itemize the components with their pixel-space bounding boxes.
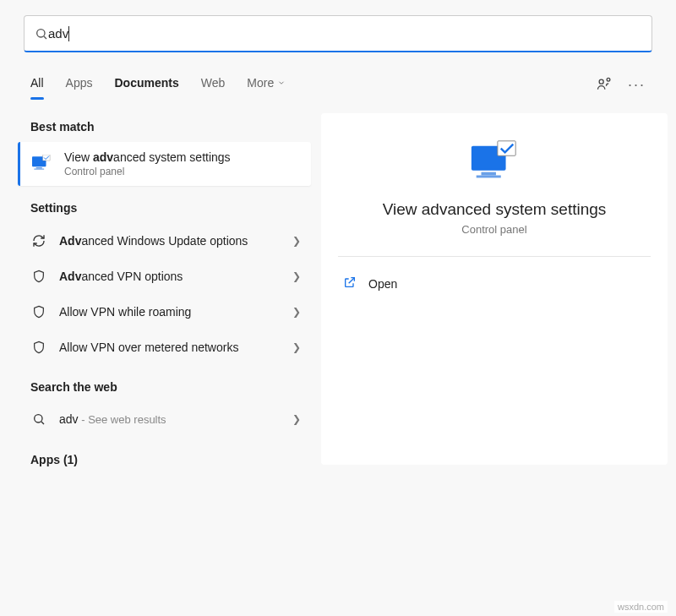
svg-rect-11 — [482, 172, 496, 176]
monitor-check-icon — [468, 139, 521, 186]
svg-point-0 — [37, 29, 45, 36]
best-match-text: View advanced system settings Control pa… — [64, 150, 231, 177]
action-list: Open — [321, 257, 668, 310]
accounts-icon[interactable] — [596, 76, 613, 93]
settings-item-vpn-roaming[interactable]: Allow VPN while roaming ❯ — [20, 294, 311, 330]
item-suffix: anced Windows Update options — [81, 234, 248, 248]
shield-icon — [30, 340, 47, 355]
chevron-right-icon: ❯ — [292, 235, 301, 247]
search-input-wrapper[interactable]: adv — [24, 15, 652, 52]
results-pane: Best match View advanced system settings… — [0, 105, 321, 473]
svg-point-2 — [599, 79, 603, 84]
chevron-down-icon — [277, 79, 286, 87]
tab-documents[interactable]: Documents — [114, 71, 178, 98]
watermark: wsxdn.com — [614, 601, 668, 613]
settings-item-vpn-metered[interactable]: Allow VPN over metered networks ❯ — [20, 330, 311, 365]
open-action[interactable]: Open — [343, 269, 646, 298]
refresh-icon — [30, 233, 47, 248]
shield-icon — [30, 269, 47, 284]
searchbar-container: adv — [0, 0, 676, 52]
detail-title: View advanced system settings — [321, 200, 668, 219]
item-label: Allow VPN while roaming — [59, 305, 281, 319]
web-search-item[interactable]: adv - See web results ❯ — [20, 402, 311, 436]
tab-more[interactable]: More — [247, 71, 286, 98]
open-icon — [343, 275, 357, 292]
shield-icon — [30, 304, 47, 319]
search-window: adv All Apps Documents Web More ··· Best… — [0, 0, 676, 616]
chevron-right-icon: ❯ — [292, 306, 301, 318]
svg-rect-13 — [498, 141, 515, 155]
svg-point-8 — [35, 415, 42, 422]
text-cursor — [68, 26, 69, 41]
section-best-match: Best match — [20, 105, 311, 142]
best-match-bold: adv — [93, 150, 113, 164]
web-hint: - See web results — [79, 413, 166, 426]
more-options-icon[interactable]: ··· — [628, 76, 646, 94]
item-bold: Adv — [59, 234, 81, 248]
item-suffix: anced VPN options — [81, 270, 183, 283]
chevron-right-icon: ❯ — [292, 413, 301, 425]
detail-subtitle: Control panel — [321, 223, 668, 236]
svg-rect-12 — [477, 176, 501, 178]
chevron-right-icon: ❯ — [292, 270, 301, 282]
search-query-text: adv — [48, 26, 68, 41]
search-icon — [35, 27, 48, 41]
best-match-item[interactable]: View advanced system settings Control pa… — [18, 142, 311, 186]
tab-more-label: More — [247, 76, 274, 90]
tab-apps[interactable]: Apps — [66, 71, 93, 98]
settings-item-windows-update[interactable]: Advanced Windows Update options ❯ — [20, 223, 311, 259]
svg-line-9 — [41, 422, 44, 424]
svg-rect-5 — [36, 167, 42, 169]
web-query: adv — [59, 412, 79, 426]
svg-point-3 — [607, 78, 610, 81]
chevron-right-icon: ❯ — [292, 341, 301, 353]
best-match-suffix: anced system settings — [113, 150, 231, 164]
svg-rect-6 — [34, 169, 44, 170]
best-match-prefix: View — [64, 150, 93, 164]
section-apps-count[interactable]: Apps (1) — [20, 436, 311, 473]
section-search-web: Search the web — [20, 365, 311, 402]
content-area: Best match View advanced system settings… — [0, 105, 676, 473]
search-icon — [30, 412, 47, 426]
item-label: Allow VPN over metered networks — [59, 341, 281, 354]
svg-line-1 — [44, 36, 46, 39]
svg-rect-7 — [43, 155, 51, 161]
monitor-check-icon — [30, 155, 52, 173]
detail-pane: View advanced system settings Control pa… — [321, 113, 668, 465]
best-match-subtitle: Control panel — [64, 166, 231, 177]
tabs-row: All Apps Documents Web More ··· — [0, 71, 676, 98]
item-bold: Adv — [59, 270, 81, 283]
tab-all[interactable]: All — [30, 71, 44, 98]
tab-web[interactable]: Web — [201, 71, 226, 98]
section-settings: Settings — [20, 186, 311, 223]
settings-item-vpn-options[interactable]: Advanced VPN options ❯ — [20, 259, 311, 294]
open-label: Open — [368, 277, 397, 291]
